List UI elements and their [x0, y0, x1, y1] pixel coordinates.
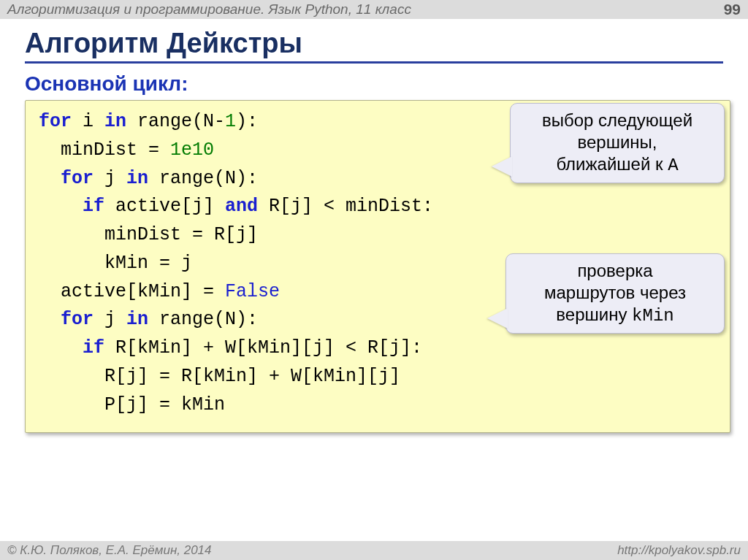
code-container: for i in range(N-1): minDist = 1e10 for …	[25, 100, 730, 433]
callout-text: вершину	[556, 304, 632, 324]
code-text: j	[94, 309, 126, 330]
code-text: ):	[236, 111, 258, 132]
callout-text: ближайшей к	[556, 154, 668, 174]
header-bar: Алгоритмизация и программирование. Язык …	[0, 0, 748, 19]
code-text: range(N):	[148, 168, 258, 189]
code-text: P[j] = kMin	[39, 394, 225, 415]
code-text: range(N):	[148, 309, 258, 330]
callout-line: вершину kMin	[519, 304, 711, 327]
slide-title: Алгоритм Дейкстры	[25, 28, 723, 59]
callout-line: вершины,	[524, 131, 711, 153]
code-kw: for	[39, 111, 72, 132]
page-number: 99	[724, 1, 741, 18]
code-text	[39, 168, 61, 189]
callout-tail-icon	[492, 156, 512, 177]
code-bool: False	[225, 281, 280, 302]
callout-line: проверка	[519, 260, 711, 282]
callout-select-vertex: выбор следующей вершины, ближайшей к A	[510, 103, 725, 183]
callout-check-routes: проверка маршрутов через вершину kMin	[505, 253, 725, 334]
code-text: R[j] = R[kMin] + W[kMin][j]	[39, 366, 400, 387]
footer-copyright: © К.Ю. Поляков, Е.А. Ерёмин, 2014	[7, 543, 212, 558]
callout-line: ближайшей к A	[524, 153, 711, 177]
code-kw: if	[83, 337, 104, 358]
code-text: minDist = R[j]	[39, 224, 258, 245]
code-kw: if	[83, 196, 104, 217]
code-text: active[j]	[104, 196, 225, 217]
code-text	[39, 196, 83, 217]
callout-tail-icon	[487, 308, 508, 329]
code-text: minDist =	[39, 139, 170, 161]
title-block: Алгоритм Дейкстры	[0, 19, 748, 66]
code-num: 1e10	[170, 139, 214, 161]
code-kw: for	[61, 309, 94, 330]
code-text: j	[94, 168, 126, 189]
code-text: range(N-	[126, 111, 225, 132]
callout-line: маршрутов через	[519, 282, 711, 304]
code-kw: in	[126, 168, 148, 189]
footer-url: http://kpolyakov.spb.ru	[617, 543, 741, 558]
code-text: R[j] < minDist:	[258, 196, 433, 217]
code-kw: for	[61, 168, 94, 189]
code-kw: and	[225, 196, 258, 217]
code-text	[39, 337, 83, 358]
code-text	[39, 309, 61, 330]
code-kw: in	[126, 309, 148, 330]
code-num: 1	[225, 111, 236, 132]
callout-line: выбор следующей	[524, 110, 711, 131]
code-kw: in	[104, 111, 126, 132]
code-text: kMin = j	[39, 253, 192, 274]
code-text: R[kMin] + W[kMin][j] < R[j]:	[104, 337, 422, 358]
slide-subtitle: Основной цикл:	[0, 66, 748, 100]
callout-mono: A	[668, 156, 678, 175]
footer-bar: © К.Ю. Поляков, Е.А. Ерёмин, 2014 http:/…	[0, 541, 748, 560]
course-title: Алгоритмизация и программирование. Язык …	[7, 1, 411, 18]
title-underline	[25, 61, 723, 64]
callout-mono: kMin	[632, 306, 674, 326]
code-text: active[kMin] =	[39, 281, 225, 302]
code-text: i	[72, 111, 104, 132]
